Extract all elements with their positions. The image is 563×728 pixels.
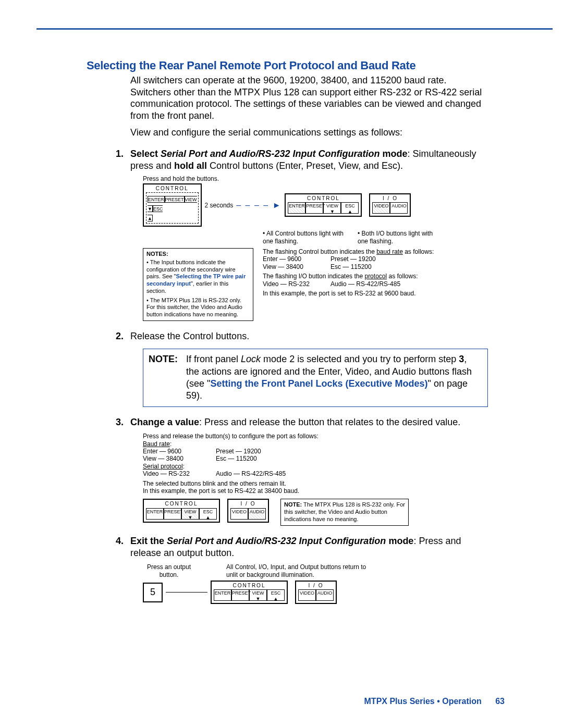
d1-panel-control-title-l: CONTROL: [144, 184, 201, 191]
d3-proto-u: Serial protocol: [143, 463, 183, 470]
step-1: 1. Select Serial Port and Audio/RS-232 I…: [130, 148, 488, 172]
step-4-number: 4.: [116, 535, 124, 547]
d1-cap-control: • All Control buttons light with one fla…: [263, 230, 351, 245]
note-box: NOTE: If front panel Lock mode 2 is sele…: [143, 349, 488, 407]
d1-example: In this example, the port is set to RS-2…: [263, 290, 440, 297]
step-1-lead: Select: [130, 149, 161, 159]
d1-flash-io2: as follows:: [387, 273, 418, 280]
d3-btn-enter: ENTER: [146, 508, 164, 520]
d3-proto-0: Video — RS-232: [143, 470, 216, 477]
d1-proto-1: Audio — RS-422/RS-485: [331, 280, 400, 288]
step-4-lead: Exit the: [130, 536, 167, 546]
d1-flash-ctrl: The flashing Control button indicates th…: [263, 248, 376, 255]
d1-panel-control-left: CONTROL ENTERPRESETVIEW ▼ESC ▲: [143, 183, 202, 227]
d4-panel-control: CONTROL ENTERPRESETVIEW ▼ESC ▲: [211, 581, 288, 604]
d3-proto-1: Audio — RS-422/RS-485: [216, 470, 286, 477]
d1-proto-0: Video — RS-232: [263, 280, 331, 288]
diagram-1: Press and hold the buttons. CONTROL ENTE…: [143, 175, 488, 321]
d4-btn-view: VIEW ▼: [249, 589, 267, 601]
d3-baud-0: Enter — 9600: [143, 448, 216, 455]
d3-baud-2: View — 38400: [143, 455, 216, 462]
d3-example: In this example, the port is set to RS-4…: [143, 487, 435, 495]
d4-btn-enter: ENTER: [214, 589, 231, 601]
d1-baud-2: View — 38400: [263, 263, 331, 270]
d1-proto-u: protocol: [364, 273, 387, 280]
d3-panel-io: I / O VIDEOAUDIO: [227, 499, 269, 523]
step-3-number: 3.: [116, 416, 124, 428]
d1-baud-0: Enter — 9600: [263, 255, 331, 263]
btn-enter-sel: ENTER: [288, 202, 305, 214]
d3-btn-audio-sel: AUDIO: [248, 508, 266, 520]
step-3-rest: : Press and release the button that rela…: [199, 417, 460, 427]
step-2: 2. Release the Control buttons.: [130, 330, 488, 342]
btn-audio: AUDIO: [390, 202, 408, 214]
d4-btn-audio: AUDIO: [316, 589, 334, 601]
page-number: 63: [495, 697, 505, 706]
d3-note-text: The MTPX Plus 128 is RS-232 only. For th…: [284, 501, 405, 522]
d3-baud-u: Baud rate: [143, 440, 170, 448]
d1-flash-io: The flashing I/O button indicates the: [263, 273, 364, 280]
step-3: 3. Change a value: Press and release the…: [130, 416, 488, 428]
btn-preset-r: PRESET: [305, 202, 323, 214]
top-rule: [36, 28, 553, 30]
btn-esc-r: ESC ▲: [341, 202, 359, 214]
intro-paragraph-1: All switchers can operate at the 9600, 1…: [130, 75, 488, 121]
d1-panel-io-title: I / O: [370, 194, 410, 201]
d3-intro: Press and release the button(s) to confi…: [143, 433, 435, 440]
note-link[interactable]: Setting the Front Panel Locks (Executive…: [210, 378, 427, 389]
d1-baud-u: baud rate: [376, 248, 403, 255]
d1-2sec: 2 seconds: [205, 202, 234, 209]
d4-return: All Control, I/O, Input, and Output butt…: [226, 563, 372, 578]
arrow-icon: – – – – ►: [236, 201, 282, 210]
step-3-lead: Change a value: [130, 417, 199, 427]
d3-panel-control: CONTROL ENTERPRESETVIEW ▼ESC ▲: [143, 499, 220, 523]
page: Selecting the Rear Panel Remote Port Pro…: [0, 0, 563, 728]
d1-right-col: The flashing Control button indicates th…: [263, 248, 440, 321]
btn-view-r: VIEW ▼: [323, 202, 341, 214]
d3-btn-esc: ESC ▲: [199, 508, 217, 520]
d1-flash-ctrl2: as follows:: [403, 248, 434, 255]
d3-baud-1: Preset — 19200: [216, 448, 261, 455]
btn-video-sel: VIDEO: [372, 202, 390, 214]
d1-baud-1: Preset — 19200: [331, 255, 376, 263]
d3-note-box: NOTE: The MTPX Plus 128 is RS-232 only. …: [280, 499, 409, 525]
step-4-mode-suffix: mode: [386, 536, 413, 546]
step-1-rest2: Control buttons (Enter, Preset, View, an…: [207, 161, 403, 171]
content: Selecting the Rear Panel Remote Port Pro…: [87, 59, 488, 604]
step-2-number: 2.: [116, 330, 124, 342]
d3-btn-video: VIDEO: [230, 508, 248, 520]
step-2-text: Release the Control buttons.: [130, 331, 249, 341]
step-1-mode-suffix: mode: [380, 149, 407, 159]
btn-preset: PRESET: [165, 196, 185, 203]
d1-panel-io: I / O VIDEOAUDIO: [369, 193, 411, 217]
step-4-mode: Serial Port and Audio/RS-232 Input Confi…: [167, 536, 386, 546]
d4-btn-esc: ESC ▲: [267, 589, 285, 601]
step-4: 4. Exit the Serial Port and Audio/RS-232…: [130, 535, 488, 560]
step-1-number: 1.: [116, 148, 124, 160]
d4-output-5: 5: [143, 583, 163, 602]
intro-paragraph-2: View and configure the serial communicat…: [130, 127, 488, 139]
diagram-4: Press an output button. All Control, I/O…: [143, 563, 488, 604]
diagram-3: Press and release the button(s) to confi…: [143, 433, 435, 525]
d3-baud-3: Esc — 115200: [216, 455, 257, 462]
note-body: If front panel Lock mode 2 is selected a…: [186, 353, 482, 402]
btn-enter: ENTER: [148, 196, 165, 203]
d3-note-label: NOTE:: [284, 501, 302, 508]
step-1-hold: hold all: [174, 161, 207, 171]
d1-notes-box: NOTES: • The Input buttons indicate the …: [143, 248, 253, 321]
d1-fence: ENTERPRESETVIEW ▼ESC ▲: [146, 192, 199, 224]
d4-btn-preset: PRESET: [231, 589, 249, 601]
d1-cap-io: • Both I/O buttons light with one flashi…: [358, 230, 436, 245]
page-footer: MTPX Plus Series • Operation 63: [364, 697, 505, 706]
d1-baud-3: Esc — 115200: [331, 263, 372, 270]
d1-n2: The MTPX Plus 128 is RS-232 only. For th…: [146, 297, 242, 318]
d3-btn-view-sel: VIEW ▼: [181, 508, 199, 520]
note-label: NOTE:: [149, 353, 186, 402]
line-icon: [166, 592, 207, 593]
d3-btn-preset: PRESET: [164, 508, 181, 520]
d1-notes-label: NOTES:: [146, 251, 168, 257]
footer-text: MTPX Plus Series • Operation: [364, 697, 482, 706]
d4-btn-video: VIDEO: [298, 589, 316, 601]
d4-press: Press an output button.: [143, 563, 195, 578]
d4-panel-io: I / O VIDEOAUDIO: [295, 581, 337, 604]
